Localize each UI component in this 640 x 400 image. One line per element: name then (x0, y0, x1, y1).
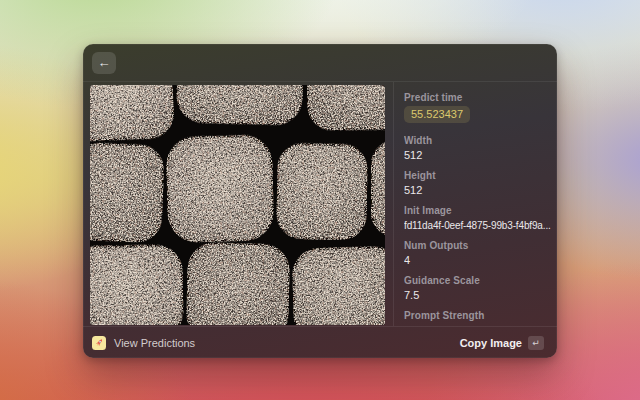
cobblestone-photo (90, 85, 385, 325)
enter-key-badge: ↵ (528, 336, 544, 350)
metadata-label: Init Image (404, 205, 551, 217)
detail-content: Predict time 55.523437 Width 512 Height … (83, 81, 557, 326)
metadata-label: Guidance Scale (404, 275, 551, 287)
copy-image-action[interactable]: Copy Image ↵ (456, 333, 548, 353)
field-width: Width 512 (404, 135, 551, 162)
raycast-window: ← (83, 44, 557, 358)
metadata-value: fd11da4f-0eef-4875-99b3-f4bf9a... (404, 219, 551, 232)
field-num-outputs: Num Outputs 4 (404, 240, 551, 267)
metadata-label: Width (404, 135, 551, 147)
metadata-label: Predict time (404, 92, 551, 104)
metadata-value: 7.5 (404, 289, 551, 302)
metadata-label: Prompt Strength (404, 310, 551, 322)
back-button[interactable]: ← (92, 52, 116, 74)
metadata-label: Num Outputs (404, 240, 551, 252)
prediction-image (90, 85, 385, 325)
action-bar: View Predictions Copy Image ↵ (83, 326, 557, 358)
window-header: ← (83, 44, 557, 81)
copy-image-label: Copy Image (460, 337, 522, 349)
metadata-value: 512 (404, 149, 551, 162)
field-prompt-strength: Prompt Strength 0.8 (404, 310, 551, 326)
field-init-image: Init Image fd11da4f-0eef-4875-99b3-f4bf9… (404, 205, 551, 232)
desktop-background: ← (0, 0, 640, 400)
metadata-value: 0.8 (404, 324, 551, 326)
metadata-value-tag: 55.523437 (404, 106, 470, 123)
metadata-value: 512 (404, 184, 551, 197)
metadata-value: 4 (404, 254, 551, 267)
metadata-panel: Predict time 55.523437 Width 512 Height … (394, 82, 557, 326)
field-predict-time: Predict time 55.523437 (404, 92, 551, 127)
field-guidance-scale: Guidance Scale 7.5 (404, 275, 551, 302)
action-bar-context: View Predictions (92, 336, 195, 350)
field-height: Height 512 (404, 170, 551, 197)
action-bar-title: View Predictions (114, 337, 195, 349)
metadata-label: Height (404, 170, 551, 182)
rocket-icon (92, 336, 106, 350)
